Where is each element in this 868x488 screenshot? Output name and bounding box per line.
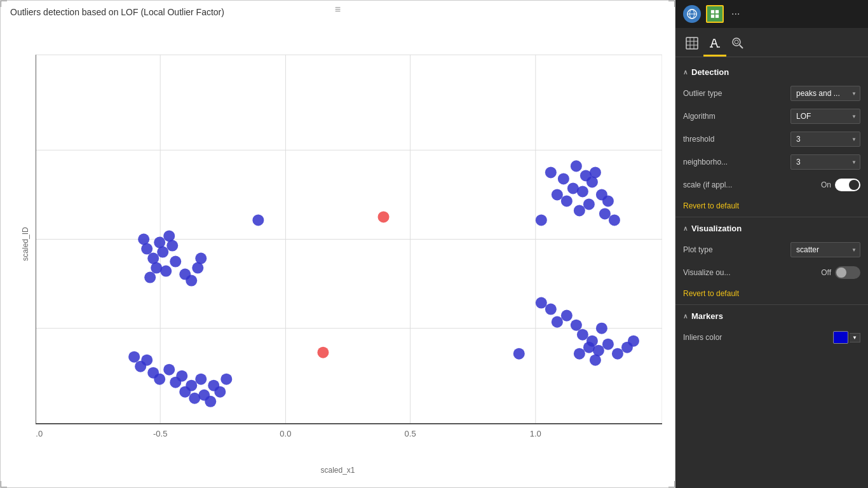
svg-point-58 xyxy=(154,374,165,385)
svg-point-79 xyxy=(596,323,607,334)
chevron-visualization: ∧ xyxy=(683,225,688,232)
chart-svg: 1 0 -1 -1.0 -0.5 0.0 0.5 1.0 xyxy=(36,36,662,443)
neighborhood-control: 1 2 3 4 5 xyxy=(772,154,861,170)
panel-toolbar: ··· xyxy=(675,0,868,28)
inliers-color-dropdown-btn[interactable]: ▼ xyxy=(850,333,860,342)
chart-plot: 1 0 -1 -1.0 -0.5 0.0 0.5 1.0 xyxy=(36,36,662,443)
svg-point-76 xyxy=(571,320,582,331)
svg-point-69 xyxy=(214,386,226,398)
color-picker-wrapper: ▼ xyxy=(833,331,860,344)
svg-point-70 xyxy=(220,374,232,385)
svg-point-33 xyxy=(186,275,197,287)
scale-toggle-wrapper: On xyxy=(821,179,860,191)
resize-handle-tl[interactable] xyxy=(1,1,7,7)
svg-point-84 xyxy=(612,348,623,360)
outlier-type-select[interactable]: peaks and ... peaks only valleys only xyxy=(790,86,860,101)
svg-point-105 xyxy=(735,40,738,44)
svg-point-51 xyxy=(599,208,611,219)
section-visualization-header[interactable]: ∧ Visualization xyxy=(675,219,868,238)
drag-handle[interactable]: ≡ xyxy=(335,4,341,15)
svg-point-75 xyxy=(561,310,573,322)
algorithm-select[interactable]: LOF IQR Z-score xyxy=(790,109,860,124)
algorithm-control: LOF IQR Z-score xyxy=(772,109,861,124)
svg-rect-93 xyxy=(711,10,714,13)
svg-point-43 xyxy=(577,186,588,197)
neighborhood-dropdown-wrapper: 1 2 3 4 5 xyxy=(790,154,860,170)
scale-control: On xyxy=(772,179,861,191)
plot-type-select[interactable]: scatter line bar xyxy=(790,242,860,257)
visualize-toggle-thumb xyxy=(836,268,846,278)
svg-point-38 xyxy=(558,173,569,184)
resize-handle-br[interactable] xyxy=(668,481,675,487)
svg-point-24 xyxy=(157,247,168,258)
panel-ellipsis[interactable]: ··· xyxy=(731,8,740,20)
outlier-type-label: Outlier type xyxy=(683,89,772,98)
panel-content: ∧ Detection Outlier type peaks and ... p… xyxy=(675,57,868,488)
revert-detection-btn[interactable]: Revert to default xyxy=(675,196,747,215)
svg-point-104 xyxy=(733,38,740,46)
tab-table[interactable] xyxy=(681,34,703,57)
visualize-toggle[interactable] xyxy=(835,266,860,279)
svg-point-49 xyxy=(583,198,595,210)
prop-inliers-color: Inliers color ▼ xyxy=(675,326,868,349)
tab-bar xyxy=(675,28,868,57)
plot-type-control: scatter line bar xyxy=(772,242,861,257)
chevron-detection: ∧ xyxy=(683,69,688,76)
scale-toggle[interactable] xyxy=(835,179,860,191)
tab-format[interactable] xyxy=(703,34,726,57)
x-axis-label: scaled_x1 xyxy=(320,466,355,475)
svg-rect-94 xyxy=(715,10,719,13)
svg-point-72 xyxy=(536,297,547,309)
resize-handle-bl[interactable] xyxy=(1,481,7,487)
svg-point-36 xyxy=(252,214,264,226)
section-detection-label: Detection xyxy=(691,67,729,77)
svg-point-35 xyxy=(195,253,207,264)
svg-point-27 xyxy=(163,230,175,241)
svg-text:1.0: 1.0 xyxy=(530,429,541,438)
prop-outlier-type: Outlier type peaks and ... peaks only va… xyxy=(675,82,868,105)
outlier-type-dropdown-wrapper: peaks and ... peaks only valleys only xyxy=(790,86,860,101)
section-markers-header[interactable]: ∧ Markers xyxy=(675,306,868,326)
inliers-color-swatch[interactable] xyxy=(833,331,848,344)
section-markers-label: Markers xyxy=(691,311,723,321)
inliers-color-label: Inliers color xyxy=(683,333,772,342)
section-detection-header[interactable]: ∧ Detection xyxy=(675,62,868,82)
chevron-markers: ∧ xyxy=(683,313,688,320)
chart-title: Outliers detection based on LOF (Local O… xyxy=(10,7,224,17)
prop-threshold: threshold 1 2 3 4 5 xyxy=(675,128,868,151)
tab-analytics[interactable] xyxy=(726,34,749,57)
svg-line-106 xyxy=(740,45,743,48)
svg-point-74 xyxy=(552,316,563,328)
prop-neighborhood: neighborho... 1 2 3 4 5 xyxy=(675,151,868,173)
svg-point-59 xyxy=(163,364,175,376)
threshold-select[interactable]: 1 2 3 4 5 xyxy=(790,132,860,147)
svg-point-46 xyxy=(602,195,614,207)
svg-point-48 xyxy=(561,195,573,207)
plot-type-dropdown-wrapper: scatter line bar xyxy=(790,242,860,257)
svg-point-52 xyxy=(536,214,547,226)
svg-text:0.0: 0.0 xyxy=(280,429,291,438)
side-panel: ··· xyxy=(675,0,868,488)
svg-point-61 xyxy=(176,370,187,382)
inliers-color-control: ▼ xyxy=(772,331,861,344)
revert-visualization-btn[interactable]: Revert to default xyxy=(675,284,747,303)
divider-2 xyxy=(675,304,868,305)
threshold-control: 1 2 3 4 5 xyxy=(772,132,861,147)
neighborhood-label: neighborho... xyxy=(683,158,772,166)
visualize-outliers-control: Off xyxy=(772,266,861,279)
y-axis-label: scaled_ID xyxy=(21,227,30,261)
prop-algorithm: Algorithm LOF IQR Z-score xyxy=(675,105,868,128)
svg-point-56 xyxy=(141,355,153,366)
svg-point-88 xyxy=(378,211,390,222)
threshold-label: threshold xyxy=(683,135,772,144)
svg-point-64 xyxy=(179,386,191,398)
svg-rect-97 xyxy=(686,37,698,49)
neighborhood-select[interactable]: 1 2 3 4 5 xyxy=(790,154,860,170)
resize-handle-tr[interactable] xyxy=(668,1,675,7)
svg-point-31 xyxy=(144,272,156,283)
svg-point-50 xyxy=(574,205,585,216)
svg-point-39 xyxy=(571,160,582,172)
svg-point-53 xyxy=(609,214,620,226)
scale-label: scale (if appl... xyxy=(683,180,772,189)
scale-toggle-label: On xyxy=(821,180,831,189)
